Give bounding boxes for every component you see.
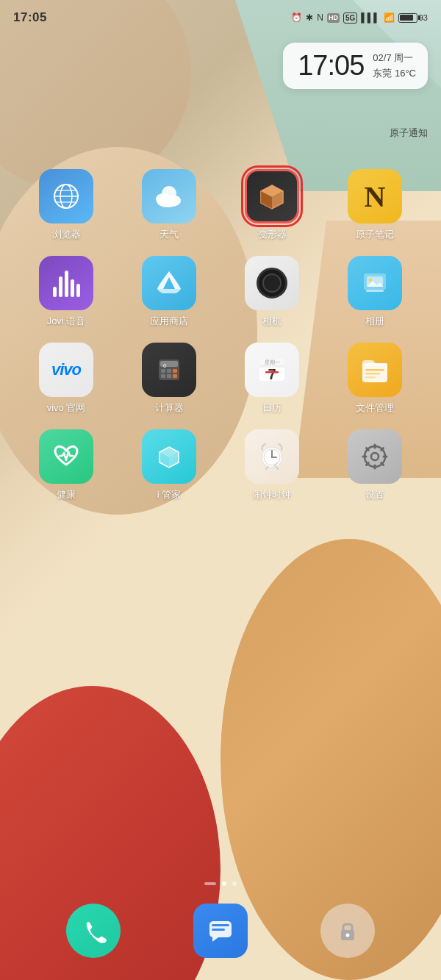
app-item-camera[interactable]: 相机 [232, 256, 312, 328]
alarm-icon [245, 429, 299, 484]
battery-indicator: 93 [398, 13, 428, 23]
transformer-label: 变形器 [258, 228, 287, 241]
status-icons: ⏰ ✱ N HD 5G ▌▌▌ 📶 93 [291, 12, 428, 24]
app-grid: 浏览器 天气 [0, 169, 441, 516]
appstore-label: 应用商店 [150, 315, 188, 328]
svg-text:0: 0 [163, 362, 167, 369]
app-row-3: vivo vivo 官网 0 计算器 [15, 343, 426, 415]
page-dot-2[interactable] [232, 881, 237, 886]
app-row-1: 浏览器 天气 [15, 169, 426, 241]
camera-label: 相机 [262, 315, 282, 328]
clock-widget: 17:05 02/7 周一 东莞 16°C [283, 43, 428, 89]
settings-label: 设置 [365, 488, 384, 501]
svg-point-8 [157, 197, 178, 207]
photos-label: 相册 [365, 315, 384, 328]
svg-rect-37 [365, 376, 376, 379]
app-item-calculator[interactable]: 0 计算器 [129, 343, 209, 415]
svg-rect-61 [212, 929, 225, 931]
svg-rect-33 [265, 371, 279, 373]
widget-info: 02/7 周一 东莞 16°C [373, 51, 416, 80]
page-dots [0, 881, 441, 886]
svg-text:7: 7 [268, 366, 276, 382]
dock [0, 904, 441, 958]
widget-time: 17:05 [298, 50, 364, 82]
svg-rect-27 [173, 374, 177, 378]
svg-rect-36 [365, 373, 380, 375]
svg-rect-24 [173, 369, 177, 373]
hd-tag: HD [327, 13, 340, 23]
svg-rect-22 [161, 369, 165, 373]
dock-message[interactable] [193, 904, 248, 958]
vivo-web-icon: vivo [39, 343, 93, 397]
weather-icon [142, 169, 196, 223]
svg-rect-23 [167, 369, 171, 373]
app-item-manager[interactable]: i 管家 [129, 429, 209, 501]
wifi-icon: 📶 [384, 12, 395, 23]
app-item-photos[interactable]: 相册 [334, 256, 415, 328]
5g-tag: 5G [343, 12, 357, 24]
dock-lock[interactable] [320, 904, 375, 958]
app-row-4: 健康 i 管家 [15, 429, 426, 501]
manager-icon [142, 429, 196, 484]
weather-label: 天气 [159, 228, 179, 241]
app-item-settings[interactable]: 设置 [334, 429, 415, 501]
svg-marker-62 [212, 937, 218, 942]
bluetooth-icon: ✱ [306, 12, 313, 23]
dock-phone[interactable] [66, 904, 121, 958]
calculator-label: 计算器 [155, 401, 184, 415]
svg-rect-35 [365, 369, 384, 371]
svg-point-50 [371, 453, 379, 460]
svg-line-58 [367, 463, 369, 465]
status-time: 17:05 [13, 10, 47, 25]
app-item-alarm[interactable]: 闹钟时钟 [232, 429, 312, 501]
app-item-notes[interactable]: N 原子笔记 [334, 169, 415, 241]
app-item-vivo-web[interactable]: vivo vivo 官网 [26, 343, 107, 415]
jovi-icon [39, 256, 93, 310]
svg-line-55 [367, 448, 369, 451]
app-item-calendar[interactable]: 7 星期一 日历 [232, 343, 312, 415]
svg-text:星期一: 星期一 [265, 360, 280, 365]
files-icon [348, 343, 402, 397]
svg-point-64 [346, 934, 350, 937]
app-item-browser[interactable]: 浏览器 [26, 169, 107, 241]
page-dot-1[interactable] [222, 881, 226, 886]
photos-icon [348, 256, 402, 310]
svg-rect-18 [366, 290, 384, 292]
app-item-jovi[interactable]: Jovi 语音 [26, 256, 107, 328]
app-item-weather[interactable]: 天气 [129, 169, 209, 241]
notes-label: 原子笔记 [356, 228, 394, 241]
manager-label: i 管家 [157, 488, 182, 501]
jovi-label: Jovi 语音 [47, 315, 86, 328]
nfc-icon: N [317, 12, 323, 23]
svg-line-56 [381, 463, 384, 465]
page-dot-0[interactable] [204, 882, 216, 885]
health-label: 健康 [57, 488, 76, 501]
app-row-2: Jovi 语音 应用商店 相机 [15, 256, 426, 328]
app-item-files[interactable]: 文件管理 [334, 343, 415, 415]
widget-location: 东莞 16°C [373, 67, 416, 80]
svg-rect-60 [212, 924, 229, 926]
alarm-label: 闹钟时钟 [253, 488, 291, 501]
calendar-icon: 7 星期一 [245, 343, 299, 397]
vivo-web-label: vivo 官网 [47, 401, 86, 415]
settings-icon [348, 429, 402, 484]
browser-icon [39, 169, 93, 223]
health-icon [39, 429, 93, 484]
svg-rect-25 [161, 374, 165, 378]
status-bar: 17:05 ⏰ ✱ N HD 5G ▌▌▌ 📶 93 [0, 0, 441, 35]
svg-line-46 [266, 467, 268, 469]
app-item-transformer[interactable]: 变形器 [232, 169, 312, 241]
browser-label: 浏览器 [52, 228, 81, 241]
svg-point-17 [369, 279, 373, 282]
appstore-icon [142, 256, 196, 310]
alarm-status-icon: ⏰ [291, 12, 302, 23]
svg-line-57 [381, 448, 384, 451]
calculator-icon: 0 [142, 343, 196, 397]
camera-icon [245, 256, 299, 310]
notes-icon: N [348, 169, 402, 223]
app-item-appstore[interactable]: 应用商店 [129, 256, 209, 328]
svg-rect-26 [167, 374, 171, 378]
transformer-icon [245, 169, 299, 223]
widget-date: 02/7 周一 [373, 51, 413, 65]
app-item-health[interactable]: 健康 [26, 429, 107, 501]
